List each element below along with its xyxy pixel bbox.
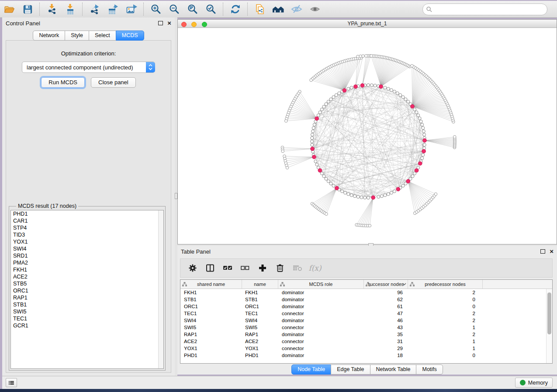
table-cell: STB1: [242, 297, 277, 302]
table-row[interactable]: SWI4SWI4dominator462: [180, 317, 552, 324]
export-table-button[interactable]: [104, 2, 122, 17]
column-header-name[interactable]: name: [242, 280, 278, 289]
table-scrollbar[interactable]: [546, 289, 552, 363]
table-cell: ORC1: [242, 304, 277, 309]
export-network-button[interactable]: [86, 2, 104, 17]
column-header-MCDS-role[interactable]: MCDS role: [278, 280, 364, 289]
mcds-result-item[interactable]: TID3: [11, 231, 163, 238]
minimize-window-icon[interactable]: [191, 22, 197, 27]
memory-button[interactable]: Memory: [515, 378, 553, 388]
mcds-result-item[interactable]: FKH1: [11, 266, 163, 273]
tab-edge-table[interactable]: Edge Table: [331, 364, 370, 375]
mcds-result-item[interactable]: STP4: [11, 224, 163, 231]
maximize-window-icon[interactable]: [202, 22, 207, 27]
mcds-list-scrollbar[interactable]: [158, 210, 163, 368]
table-row[interactable]: TEC1TEC1connector472: [180, 310, 552, 317]
float-icon[interactable]: [158, 21, 163, 25]
table-row[interactable]: PHD1PHD1dominator180: [180, 352, 552, 359]
open-button[interactable]: [0, 2, 18, 17]
tab-select[interactable]: Select: [89, 31, 116, 41]
table-row[interactable]: RAP1RAP1dominator352: [180, 331, 552, 338]
hide-button[interactable]: [287, 2, 306, 17]
select-all-button[interactable]: [220, 260, 235, 276]
mcds-result-item[interactable]: SRD1: [11, 252, 163, 259]
delete-table-button[interactable]: [290, 260, 305, 276]
zoom-fit-button[interactable]: [183, 2, 202, 17]
tab-network-table[interactable]: Network Table: [370, 364, 417, 375]
column-header-shared-name[interactable]: shared name: [180, 280, 242, 289]
table-cell: FKH1: [180, 290, 242, 295]
zoom-out-button[interactable]: [165, 2, 183, 17]
show-button[interactable]: [306, 2, 324, 17]
mcds-result-item[interactable]: PMA2: [11, 259, 163, 266]
table-row[interactable]: ACE2ACE2connector311: [180, 338, 552, 345]
table-cell: dominator: [277, 332, 363, 337]
deselect-all-button[interactable]: [237, 260, 253, 276]
delete-column-button[interactable]: [272, 260, 288, 276]
float-icon[interactable]: [540, 249, 545, 254]
mcds-result-item[interactable]: RAP1: [11, 294, 163, 301]
table-cell: PHD1: [242, 353, 277, 358]
column-header-successor-nodes[interactable]: successor nodes: [364, 280, 408, 289]
table-settings-button[interactable]: [185, 260, 201, 276]
refresh-button[interactable]: [226, 2, 245, 17]
close-panel-button[interactable]: Close panel: [91, 77, 136, 88]
mcds-result-item[interactable]: TEC1: [11, 315, 163, 322]
search-input[interactable]: [435, 6, 543, 13]
criterion-dropdown[interactable]: largest connected component (undirected): [22, 62, 155, 73]
first-neighbors-button[interactable]: [269, 2, 287, 17]
import-table-button[interactable]: [61, 2, 80, 17]
tab-node-table[interactable]: Node Table: [291, 364, 331, 375]
table-row[interactable]: STB1STB1dominator620: [180, 296, 552, 303]
zoom-selected-button[interactable]: [202, 2, 220, 17]
mcds-result-item[interactable]: ORC1: [11, 287, 163, 294]
mcds-result-item[interactable]: SWI5: [11, 308, 163, 315]
table-row[interactable]: SWI5SWI5connector431: [180, 324, 552, 331]
network-titlebar: YPA_prune.txt_1: [178, 20, 557, 28]
tab-style[interactable]: Style: [65, 31, 89, 41]
search-icon: [426, 7, 432, 12]
status-bar: Memory: [2, 376, 557, 389]
mcds-result-item[interactable]: CAR1: [11, 217, 163, 224]
mcds-result-item[interactable]: STB1: [11, 301, 163, 308]
toolbar-separator: [39, 3, 40, 16]
import-table-icon: [65, 3, 76, 15]
tab-network[interactable]: Network: [33, 31, 65, 41]
mcds-result-item[interactable]: PHD1: [11, 210, 163, 217]
table-cell: 0: [406, 297, 481, 302]
column-header-predecessor-nodes[interactable]: predecessor nodes: [408, 280, 483, 289]
export-image-button[interactable]: [122, 2, 141, 17]
mcds-result-item[interactable]: STB5: [11, 280, 163, 287]
table-cell: 35: [363, 332, 406, 337]
table-row[interactable]: YOX1YOX1connector291: [180, 345, 552, 352]
table-row[interactable]: FKH1FKH1dominator962: [180, 289, 552, 296]
deselect-all-icon: [241, 265, 249, 271]
mcds-result-item[interactable]: ACE2: [11, 273, 163, 280]
tab-motifs[interactable]: Motifs: [416, 364, 443, 375]
task-history-button[interactable]: [6, 378, 17, 387]
mcds-result-item[interactable]: SWI4: [11, 245, 163, 252]
import-network-button[interactable]: [43, 2, 61, 17]
network-view-window: YPA_prune.txt_1: [177, 19, 557, 244]
network-canvas[interactable]: [178, 28, 557, 244]
table-scrollbar-thumb[interactable]: [547, 292, 551, 334]
mcds-result-item[interactable]: GCR1: [11, 322, 163, 329]
table-cell: 2: [406, 332, 481, 337]
control-tabs: NetworkStyleSelectMCDS: [2, 31, 175, 41]
close-window-icon[interactable]: [181, 22, 187, 27]
tab-mcds[interactable]: MCDS: [116, 31, 144, 41]
table-row[interactable]: ORC1ORC1dominator610: [180, 303, 552, 310]
add-column-button[interactable]: [255, 260, 270, 276]
column-layout-button[interactable]: [202, 260, 218, 276]
zoom-in-button[interactable]: [147, 2, 165, 17]
table-cell: 62: [363, 297, 406, 302]
mcds-result-item[interactable]: YOX1: [11, 238, 163, 245]
save-button[interactable]: [18, 2, 37, 17]
close-icon[interactable]: ×: [550, 249, 554, 254]
copy-network-button[interactable]: [251, 2, 269, 17]
table-panel-header: Table Panel ×: [177, 246, 557, 257]
function-builder-button[interactable]: f(x): [307, 260, 323, 276]
run-mcds-button[interactable]: Run MCDS: [41, 77, 85, 88]
table-cell: SWI5: [242, 325, 277, 330]
close-icon[interactable]: ×: [167, 21, 171, 25]
